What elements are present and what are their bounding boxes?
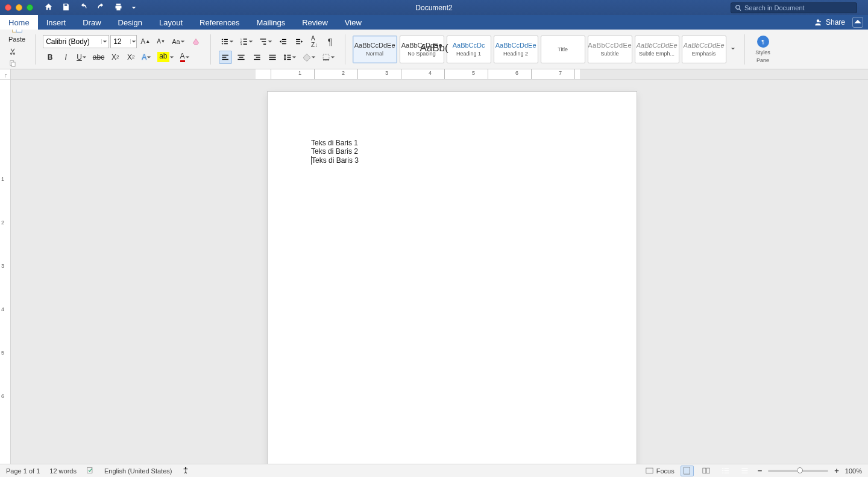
spellcheck-icon[interactable]	[86, 466, 95, 476]
maximize-window-button[interactable]	[27, 4, 33, 11]
align-right-button[interactable]	[250, 51, 263, 64]
justify-button[interactable]	[266, 51, 279, 64]
print-icon[interactable]	[114, 2, 123, 13]
tab-home[interactable]: Home	[0, 15, 38, 30]
svg-rect-37	[269, 58, 275, 59]
increase-font-button[interactable]: A▲	[139, 35, 152, 48]
shading-button[interactable]	[301, 51, 318, 64]
svg-rect-46	[684, 467, 690, 474]
svg-rect-43	[87, 467, 92, 473]
sort-button[interactable]: AZ↓	[308, 35, 321, 48]
style-heading-2[interactable]: AaBbCcDdEeHeading 2	[494, 36, 538, 63]
print-layout-view-button[interactable]	[681, 466, 694, 476]
tab-design[interactable]: Design	[110, 15, 151, 30]
document-title: Document2	[415, 4, 452, 12]
style-subtitle[interactable]: AaBbCcDdEeSubtitle	[588, 36, 632, 63]
tab-references[interactable]: References	[191, 15, 248, 30]
zoom-out-button[interactable]: −	[758, 466, 763, 475]
document-scroll[interactable]: Teks di Baris 1 Teks di Baris 2 Teks di …	[11, 80, 868, 464]
font-size-dropdown[interactable]	[110, 35, 137, 48]
decrease-indent-button[interactable]	[277, 35, 290, 48]
undo-icon[interactable]	[79, 2, 88, 13]
share-person-icon	[814, 18, 822, 27]
horizontal-ruler[interactable]: ┌ 1 2 3 4 5 6 7	[0, 69, 868, 80]
tab-view[interactable]: View	[336, 15, 370, 30]
zoom-slider[interactable]	[768, 470, 828, 472]
document-body[interactable]: Teks di Baris 1 Teks di Baris 2 Teks di …	[311, 139, 359, 165]
document-page[interactable]: Teks di Baris 1 Teks di Baris 2 Teks di …	[268, 92, 637, 464]
tab-layout[interactable]: Layout	[151, 15, 191, 30]
minimize-window-button[interactable]	[16, 4, 22, 11]
style-heading-1[interactable]: AaBbCcDcHeading 1	[447, 36, 491, 63]
italic-button[interactable]: I	[59, 51, 72, 64]
strikethrough-button[interactable]: abc	[91, 51, 106, 64]
svg-rect-54	[725, 473, 729, 473]
home-icon[interactable]	[44, 2, 53, 13]
change-case-button[interactable]: Aa	[170, 35, 186, 48]
font-group: A▲ A▼ Aa B I U abc X2 X2 A ab A	[40, 30, 205, 69]
styles-pane-button[interactable]: ¶ Styles Pane	[750, 36, 776, 63]
style-title[interactable]: AaBb(Title	[541, 36, 585, 63]
line-spacing-button[interactable]	[281, 51, 298, 64]
clear-formatting-button[interactable]	[189, 35, 203, 48]
zoom-in-button[interactable]: +	[834, 466, 839, 475]
tab-review[interactable]: Review	[294, 15, 336, 30]
font-name-dropdown[interactable]	[43, 35, 109, 48]
paste-label: Paste	[8, 36, 25, 43]
font-name-input[interactable]	[43, 36, 101, 48]
language-status[interactable]: English (United States)	[104, 467, 172, 475]
text-line: Teks di Baris 3	[311, 156, 359, 165]
copy-button[interactable]	[7, 58, 19, 69]
highlight-button[interactable]: ab	[156, 51, 175, 64]
style-normal[interactable]: AaBbCcDdEeNormal	[353, 36, 397, 63]
customize-qa-icon[interactable]	[131, 4, 136, 12]
underline-button[interactable]: U	[75, 51, 89, 64]
increase-indent-button[interactable]	[292, 35, 306, 48]
svg-rect-22	[282, 43, 286, 43]
svg-rect-27	[222, 57, 226, 57]
tab-mailings[interactable]: Mailings	[248, 15, 294, 30]
cut-button[interactable]	[7, 46, 19, 57]
tab-draw[interactable]: Draw	[74, 15, 109, 30]
paragraph-group: 123 AZ↓ ¶	[216, 30, 340, 69]
close-window-button[interactable]	[5, 4, 11, 11]
content-area: 1 2 3 4 5 6 Teks di Baris 1 Teks di Bari…	[0, 80, 868, 464]
vertical-ruler[interactable]: 1 2 3 4 5 6	[0, 80, 11, 464]
style-subtle-emphasis[interactable]: AaBbCcDdEeSubtle Emph...	[635, 36, 679, 63]
word-count[interactable]: 12 words	[49, 467, 77, 475]
accessibility-icon[interactable]	[181, 466, 190, 476]
align-center-button[interactable]	[234, 51, 248, 64]
search-input[interactable]: Search in Document	[731, 2, 857, 13]
font-color-button[interactable]: A	[178, 51, 192, 64]
svg-rect-52	[725, 470, 729, 471]
outline-view-button[interactable]	[719, 466, 732, 476]
bullets-button[interactable]	[219, 35, 236, 48]
save-icon[interactable]	[61, 2, 71, 13]
text-line: Teks di Baris 2	[311, 147, 359, 156]
decrease-font-button[interactable]: A▼	[154, 35, 168, 48]
show-paragraph-button[interactable]: ¶	[324, 35, 337, 48]
page-status[interactable]: Page 1 of 1	[6, 467, 40, 475]
text-effects-button[interactable]: A	[140, 51, 153, 64]
window-controls	[5, 4, 33, 11]
superscript-button[interactable]: X2	[124, 51, 137, 64]
collapse-ribbon-button[interactable]	[852, 17, 863, 28]
focus-mode-button[interactable]: Focus	[645, 466, 675, 475]
borders-button[interactable]	[320, 51, 337, 64]
share-button[interactable]: Share	[826, 18, 845, 27]
tab-insert[interactable]: Insert	[38, 15, 75, 30]
svg-rect-34	[254, 58, 260, 59]
redo-icon[interactable]	[96, 2, 105, 13]
style-emphasis[interactable]: AaBbCcDdEeEmphasis	[682, 36, 726, 63]
subscript-button[interactable]: X2	[108, 51, 122, 64]
multilevel-list-button[interactable]	[257, 35, 274, 48]
font-size-input[interactable]	[111, 36, 130, 48]
numbering-button[interactable]: 123	[238, 35, 255, 48]
draft-view-button[interactable]	[738, 466, 752, 476]
text-line: Teks di Baris 1	[311, 139, 359, 147]
align-left-button[interactable]	[219, 51, 232, 64]
styles-more-button[interactable]	[729, 36, 737, 63]
bold-button[interactable]: B	[43, 51, 57, 64]
zoom-level[interactable]: 100%	[845, 467, 862, 475]
web-layout-view-button[interactable]	[700, 466, 713, 476]
